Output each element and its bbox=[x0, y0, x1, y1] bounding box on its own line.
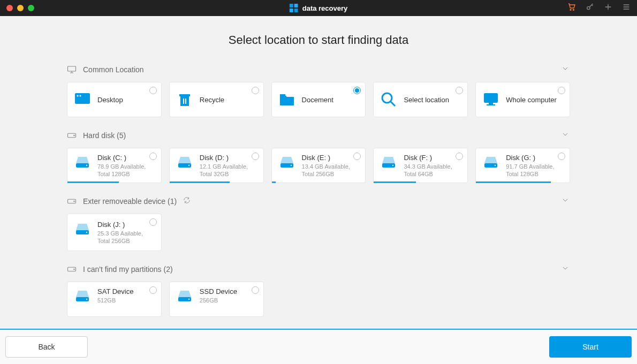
drive-icon bbox=[67, 265, 77, 274]
usage-bar bbox=[272, 181, 276, 183]
cart-icon[interactable] bbox=[567, 3, 576, 13]
hdd-icon bbox=[74, 154, 91, 171]
usage-bar bbox=[67, 181, 119, 183]
window-controls bbox=[6, 5, 34, 11]
plus-icon[interactable] bbox=[604, 3, 612, 13]
svg-point-27 bbox=[290, 165, 291, 166]
card-sub: 34.3 GB Available, Total 64GB bbox=[404, 163, 461, 178]
svg-point-35 bbox=[86, 232, 87, 233]
card-label: Disk (G: ) bbox=[506, 154, 563, 162]
key-icon[interactable] bbox=[586, 3, 594, 13]
card-label: Select location bbox=[404, 96, 449, 104]
svg-point-6 bbox=[587, 6, 590, 9]
svg-rect-0 bbox=[290, 4, 293, 7]
card-sub: 91.7 GB Available, Total 128GB bbox=[506, 163, 563, 178]
back-button[interactable]: Back bbox=[5, 336, 88, 358]
partitions-grid: SAT Device512GB SSD Device256GB bbox=[67, 282, 570, 317]
app-logo-icon bbox=[290, 4, 298, 12]
section-common-label: Common Location bbox=[83, 65, 144, 74]
svg-point-41 bbox=[188, 299, 189, 300]
start-button[interactable]: Start bbox=[549, 336, 632, 358]
folder-icon bbox=[278, 91, 295, 108]
card-disk-e[interactable]: Disk (E: )13.4 GB Available, Total 256GB bbox=[271, 148, 366, 183]
app-title: data recovery bbox=[290, 4, 348, 12]
card-disk-j[interactable]: Disk (J: )25.3 GB Aailable, Total 256GB bbox=[67, 214, 162, 251]
radio-icon bbox=[149, 286, 157, 294]
main-content: Common Location Desktop Recycle Docement… bbox=[67, 60, 570, 317]
radio-icon bbox=[149, 153, 157, 160]
menu-icon[interactable] bbox=[622, 3, 631, 13]
card-disk-c[interactable]: Disk (C: )78.9 GB Available, Total 128GB bbox=[67, 148, 162, 183]
card-select-location[interactable]: Select location bbox=[373, 82, 468, 117]
chevron-down-icon bbox=[560, 264, 570, 274]
card-disk-f[interactable]: Disk (F: )34.3 GB Available, Total 64GB bbox=[373, 148, 468, 183]
close-icon[interactable] bbox=[6, 5, 13, 11]
section-ext-label: Exter removeable device (1) bbox=[83, 197, 177, 206]
svg-rect-19 bbox=[487, 104, 495, 105]
svg-point-16 bbox=[382, 93, 392, 103]
radio-icon bbox=[456, 153, 463, 160]
svg-point-21 bbox=[74, 135, 75, 136]
monitor-icon bbox=[67, 65, 77, 74]
svg-rect-2 bbox=[290, 9, 293, 12]
section-partitions-label: I can't find my partitions (2) bbox=[83, 265, 173, 274]
svg-point-25 bbox=[188, 165, 189, 166]
svg-rect-13 bbox=[183, 98, 184, 104]
ext-grid: Disk (J: )25.3 GB Aailable, Total 256GB bbox=[67, 214, 570, 251]
card-label: Disk (J: ) bbox=[97, 221, 155, 229]
hdd-icon bbox=[176, 287, 193, 305]
hdd-icon bbox=[74, 221, 91, 238]
drive-icon bbox=[67, 197, 77, 206]
card-label: Disk (E: ) bbox=[302, 154, 359, 162]
chevron-down-icon bbox=[560, 64, 570, 74]
card-sub: 512GB bbox=[97, 297, 133, 304]
maximize-icon[interactable] bbox=[28, 5, 34, 11]
section-common-header[interactable]: Common Location bbox=[67, 60, 570, 79]
svg-rect-18 bbox=[489, 103, 493, 104]
card-label: SSD Device bbox=[200, 287, 237, 295]
section-partitions-header[interactable]: I can't find my partitions (2) bbox=[67, 260, 570, 278]
search-icon bbox=[380, 91, 397, 108]
card-label: Disk (F: ) bbox=[404, 154, 461, 162]
card-label: SAT Device bbox=[97, 287, 133, 295]
card-recycle[interactable]: Recycle bbox=[169, 82, 264, 117]
svg-point-37 bbox=[74, 269, 75, 270]
radio-icon bbox=[252, 153, 259, 160]
svg-rect-15 bbox=[280, 94, 285, 96]
radio-icon bbox=[456, 87, 463, 94]
desktop-icon bbox=[74, 91, 91, 108]
card-whole-computer[interactable]: Whole computer bbox=[475, 82, 570, 117]
svg-rect-12 bbox=[180, 96, 189, 106]
svg-rect-1 bbox=[294, 4, 298, 7]
card-sub: 256GB bbox=[200, 297, 237, 304]
radio-icon bbox=[558, 153, 565, 160]
card-document[interactable]: Docement bbox=[271, 82, 366, 117]
radio-icon bbox=[149, 87, 157, 94]
hdd-icon bbox=[74, 287, 91, 305]
card-ssd-device[interactable]: SSD Device256GB bbox=[169, 282, 264, 317]
section-hard-header[interactable]: Hard disk (5) bbox=[67, 126, 570, 145]
hdd-icon bbox=[176, 154, 193, 171]
title-bar: data recovery bbox=[0, 0, 637, 16]
svg-point-9 bbox=[77, 95, 79, 97]
card-sat-device[interactable]: SAT Device512GB bbox=[67, 282, 162, 317]
card-disk-g[interactable]: Disk (G: )91.7 GB Available, Total 128GB bbox=[475, 148, 570, 183]
card-sub: 78.9 GB Available, Total 128GB bbox=[97, 163, 155, 178]
usage-bar bbox=[374, 181, 416, 183]
card-sub: 25.3 GB Aailable, Total 256GB bbox=[97, 230, 155, 245]
card-desktop[interactable]: Desktop bbox=[67, 82, 162, 117]
radio-icon bbox=[353, 87, 361, 94]
usage-bar bbox=[476, 181, 551, 183]
refresh-icon[interactable] bbox=[183, 196, 191, 206]
card-disk-d[interactable]: Disk (D: )12.1 GB Available, Total 32GB bbox=[169, 148, 264, 183]
radio-icon bbox=[252, 286, 259, 294]
card-sub: 12.1 GB Available, Total 32GB bbox=[200, 163, 257, 178]
svg-rect-8 bbox=[75, 93, 90, 104]
minimize-icon[interactable] bbox=[17, 5, 24, 11]
page-title: Select location to start finding data bbox=[0, 33, 637, 47]
hdd-icon bbox=[482, 154, 499, 171]
card-label: Whole computer bbox=[506, 96, 557, 104]
svg-rect-3 bbox=[294, 9, 298, 12]
computer-icon bbox=[482, 91, 499, 108]
section-ext-header[interactable]: Exter removeable device (1) bbox=[67, 192, 570, 210]
